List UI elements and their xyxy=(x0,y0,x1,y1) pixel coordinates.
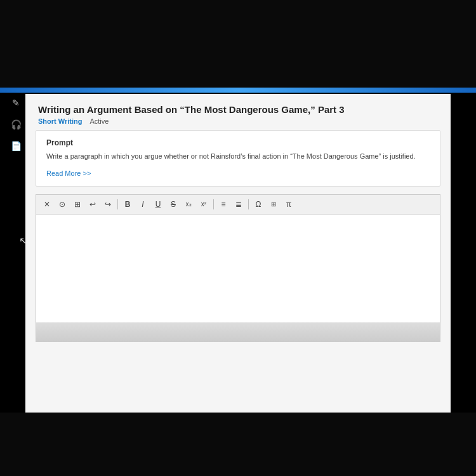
math-button[interactable]: π xyxy=(282,197,296,211)
strikethrough-button[interactable]: S xyxy=(166,197,180,211)
main-content: Writing an Argument Based on “The Most D… xyxy=(25,94,451,425)
superscript-button[interactable]: x² xyxy=(197,197,211,211)
editor-body[interactable] xyxy=(36,215,440,341)
editor-container: ✕ ⊙ ⊞ ↩ ↪ B I U S x₂ x² ≡ ≣ Ω ⊞ π xyxy=(36,194,440,342)
cut-button[interactable]: ✕ xyxy=(40,197,54,211)
special-chars-button[interactable]: Ω xyxy=(251,197,265,211)
editor-toolbar: ✕ ⊙ ⊞ ↩ ↪ B I U S x₂ x² ≡ ≣ Ω ⊞ π xyxy=(36,195,440,215)
ordered-list-button[interactable]: ≣ xyxy=(232,197,246,211)
prompt-text: Write a paragraph in which you argue whe… xyxy=(46,151,430,162)
left-sidebar: ✎ 🎧 📄 xyxy=(6,95,25,154)
redo-button[interactable]: ↪ xyxy=(101,197,115,211)
underline-button[interactable]: U xyxy=(151,197,165,211)
pencil-icon[interactable]: ✎ xyxy=(8,95,23,110)
headphones-icon[interactable]: 🎧 xyxy=(8,117,23,132)
content-type-label: Short Writing xyxy=(38,117,82,125)
editor-text-area[interactable] xyxy=(36,215,440,322)
page-title: Writing an Argument Based on “The Most D… xyxy=(38,104,438,115)
editor-bottom-gradient xyxy=(36,322,440,341)
italic-button[interactable]: I xyxy=(136,197,150,211)
page-header: Writing an Argument Based on “The Most D… xyxy=(25,94,451,130)
bold-button[interactable]: B xyxy=(121,197,135,211)
table-button[interactable]: ⊞ xyxy=(267,197,281,211)
unordered-list-button[interactable]: ≡ xyxy=(216,197,230,211)
read-more-link[interactable]: Read More >> xyxy=(46,169,91,177)
subscript-button[interactable]: x₂ xyxy=(182,197,195,211)
undo-button[interactable]: ↩ xyxy=(86,197,100,211)
paste-unformatted-button[interactable]: ⊞ xyxy=(70,197,84,211)
copy-button[interactable]: ⊙ xyxy=(55,197,69,211)
prompt-card: Prompt Write a paragraph in which you ar… xyxy=(36,130,440,187)
pages-icon[interactable]: 📄 xyxy=(8,138,23,154)
cursor-arrow: ↖ xyxy=(19,235,27,247)
status-badge: Active xyxy=(89,117,109,125)
blue-accent-bar xyxy=(0,88,476,93)
toolbar-separator-1 xyxy=(117,199,118,209)
prompt-heading: Prompt xyxy=(46,138,430,147)
page-meta: Short Writing Active xyxy=(38,117,438,125)
toolbar-separator-2 xyxy=(213,199,214,209)
toolbar-separator-3 xyxy=(248,199,249,209)
